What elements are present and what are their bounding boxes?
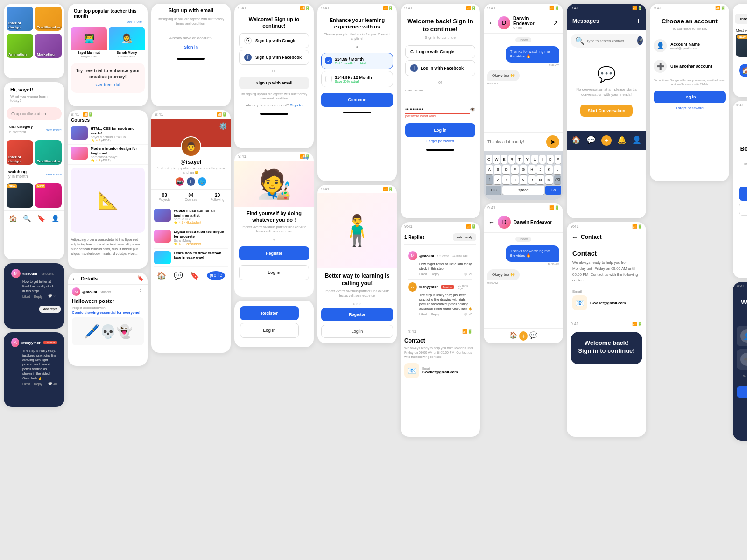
search-input[interactable] [11, 112, 63, 116]
google-signup-btn[interactable]: G Sign Up with Google [239, 33, 309, 48]
teacher-card-2[interactable]: 👩‍🎨 Sarrah Morry Creative artist [109, 27, 145, 59]
right-register-btn[interactable]: Register [739, 187, 747, 201]
reply-1[interactable]: Reply [34, 295, 42, 298]
home-nav-icon[interactable]: 🏠 [9, 215, 17, 222]
forgot-btn-4[interactable]: Forgot password [650, 106, 729, 113]
thumb-traditional-art[interactable]: Traditional art [35, 7, 62, 31]
profile-course-3[interactable]: Learn how to draw cartoon face in easy w… [154, 249, 228, 267]
password-input[interactable] [405, 105, 470, 114]
see-more-teacher[interactable]: see more [71, 20, 145, 24]
account-login-btn[interactable]: Log in [654, 91, 726, 103]
wb-forgot-link[interactable]: Forgot password [733, 400, 747, 407]
reply-main-2[interactable]: Reply [431, 313, 439, 316]
key-B[interactable]: B [528, 175, 536, 184]
msg-nav-bell[interactable]: 🔔 [617, 135, 627, 146]
course-item-2[interactable]: Modern interior design for beginner! Sam… [68, 145, 148, 165]
key-backspace[interactable]: ⌫ [554, 175, 561, 184]
thumb-watching-1[interactable]: NEW [7, 183, 33, 208]
forgot-password-link[interactable]: Forgot password [401, 139, 480, 147]
course-item-1[interactable]: HTML, CSS for noob and nerds! Sayef Mahm… [68, 125, 148, 145]
right-home-icon[interactable]: 🏠 [739, 64, 747, 77]
key-V[interactable]: V [520, 175, 527, 184]
thumb-interior-2[interactable]: Interior design [7, 140, 33, 165]
email-signup-btn[interactable]: Sign up with email [239, 77, 309, 89]
share-icon[interactable]: ↗ [553, 19, 558, 27]
settings-icon[interactable]: ⚙️ [219, 122, 227, 130]
key-go[interactable]: Go [545, 186, 561, 195]
msg-nav-chat[interactable]: 💬 [586, 135, 596, 146]
add-reply-btn-col1[interactable]: Add reply [39, 306, 61, 313]
wb-account-opt-1[interactable]: 👤 Account Name email@gmail.com [737, 326, 747, 346]
thumb-animation[interactable]: Animation [7, 34, 33, 58]
key-M[interactable]: M [545, 175, 553, 184]
key-shift[interactable]: ⇧ [486, 175, 493, 184]
hero-register-btn[interactable]: Register [239, 246, 309, 260]
key-S[interactable]: S [494, 165, 501, 174]
thumb-marketing[interactable]: Marketing [35, 34, 62, 58]
thumb-watching-2[interactable]: NEW [35, 183, 62, 208]
key-G[interactable]: G [520, 165, 527, 174]
key-K[interactable]: K [545, 165, 553, 174]
cat-thumb-1[interactable]: NEW [736, 34, 747, 57]
key-H[interactable]: H [528, 165, 536, 174]
continue-btn[interactable]: Continue [321, 93, 393, 107]
account-option-2[interactable]: ➕ Use another account [650, 56, 729, 77]
msg-nav-plus[interactable]: + [601, 135, 612, 146]
thumb-interior-design[interactable]: Interior design [7, 7, 33, 31]
search-nav-icon[interactable]: 🔍 [23, 215, 31, 222]
twitter-icon[interactable]: 🐦 [198, 177, 206, 186]
profile-course-1[interactable]: Adobe Illustrator for all beginner artis… [154, 206, 228, 227]
liked-main-2[interactable]: Liked [419, 313, 427, 316]
key-L[interactable]: L [554, 165, 561, 174]
key-J[interactable]: J [536, 165, 544, 174]
username-input[interactable] [405, 94, 475, 103]
home-nav[interactable]: 🏠 [157, 271, 166, 280]
key-O[interactable]: O [547, 155, 553, 164]
pricing-option-1[interactable]: ✓ $14.99 / Month Get 1 month free trial [321, 53, 393, 69]
key-space[interactable]: space [502, 186, 544, 195]
facebook-signup-btn[interactable]: f Sign Up with Facebook [239, 50, 309, 65]
liked-main-1[interactable]: Liked [419, 273, 427, 276]
key-N[interactable]: N [536, 175, 544, 184]
login-btn-2[interactable]: Log in [240, 323, 299, 338]
start-conversation-btn[interactable]: Start Conversation [580, 105, 633, 117]
register-btn-2[interactable]: Register [240, 306, 299, 320]
contact-back-icon[interactable]: ← [571, 233, 578, 241]
chat-back-icon-1[interactable]: ← [488, 19, 495, 27]
back-icon[interactable]: ← [72, 276, 77, 281]
key-W[interactable]: W [493, 155, 500, 164]
key-R[interactable]: R [508, 155, 515, 164]
msg-nav-user[interactable]: 👤 [632, 135, 641, 146]
send-btn-1[interactable]: ➤ [546, 135, 559, 148]
signin-link[interactable]: Sign in [184, 45, 198, 49]
key-F[interactable]: F [511, 165, 519, 174]
nav-plus-2[interactable]: + [519, 331, 528, 341]
see-more-1[interactable]: see more [46, 128, 62, 132]
profile-course-2[interactable]: Digital illustration technique for procr… [154, 227, 228, 248]
key-I[interactable]: I [539, 155, 546, 164]
see-more-2[interactable]: see more [46, 172, 62, 176]
key-U[interactable]: U [531, 155, 538, 164]
add-reply-main-btn[interactable]: Add reply [453, 233, 476, 241]
account-option-1[interactable]: 👤 Account Name email@gmail.com [650, 35, 729, 56]
pricing-option-2[interactable]: $144.99 / 12 Month Save 20% extra! [321, 71, 393, 87]
wb-account-opt-2[interactable]: ➕ Use another account [737, 349, 747, 370]
reply-main-1[interactable]: Reply [431, 273, 439, 276]
msg-nav-home[interactable]: 🏠 [571, 135, 581, 146]
key-Q[interactable]: Q [486, 155, 492, 164]
register-btn-3[interactable]: Register [321, 308, 393, 321]
bookmark-nav[interactable]: 🔖 [190, 271, 199, 280]
google-login-btn[interactable]: G Log in with Google [405, 45, 475, 58]
liked-1[interactable]: Liked [22, 295, 30, 298]
teacher-card-1[interactable]: 👨‍💻 Sayef Mahmud Programmer [71, 27, 107, 59]
key-T[interactable]: T [516, 155, 523, 164]
search-messages-input[interactable] [586, 39, 635, 43]
key-E[interactable]: E [501, 155, 507, 164]
key-D[interactable]: D [502, 165, 510, 174]
instagram-icon[interactable]: 📷 [176, 177, 184, 186]
key-123[interactable]: 123 [486, 186, 501, 195]
chat-back-icon-2[interactable]: ← [488, 218, 495, 226]
bookmark-nav-icon[interactable]: 🔖 [37, 215, 45, 222]
chat-nav[interactable]: 💬 [174, 271, 183, 280]
bookmark-icon[interactable]: 🔖 [137, 275, 144, 281]
